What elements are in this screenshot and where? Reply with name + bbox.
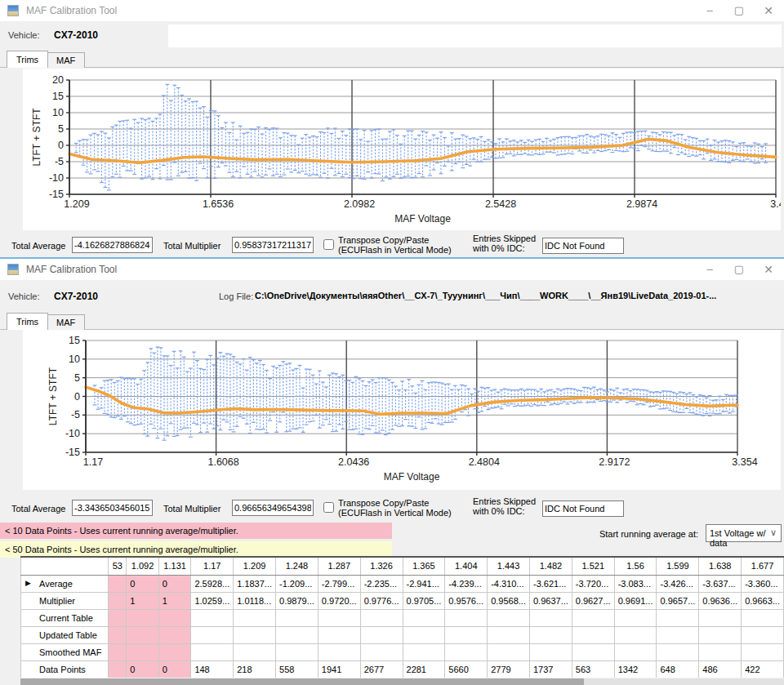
table-cell[interactable]: 5660 [445, 661, 488, 678]
table-cell[interactable] [318, 626, 360, 643]
table-cell[interactable] [276, 643, 318, 661]
table-cell[interactable]: 1 [127, 592, 159, 609]
transpose-checkbox[interactable] [323, 502, 334, 513]
table-cell[interactable]: 0.9576... [445, 592, 488, 609]
minimize-button[interactable]: – [696, 0, 724, 21]
table-cell[interactable] [488, 626, 530, 643]
table-cell[interactable] [530, 626, 572, 643]
column-header[interactable]: 1.17 [191, 557, 234, 575]
table-cell[interactable]: 1.1837... [234, 575, 276, 592]
scrollbar-thumb[interactable] [20, 678, 584, 685]
table-cell[interactable]: 0.9627... [572, 592, 614, 609]
table-cell[interactable]: 1 [158, 592, 191, 609]
column-header[interactable]: 1.092 [127, 557, 159, 575]
start-voltage-dropdown[interactable]: 1st Voltage w/ data ∨ [706, 524, 782, 542]
table-cell[interactable]: 0.9657... [657, 592, 699, 609]
table-cell[interactable]: -2.941... [403, 575, 445, 592]
total-average-field[interactable] [72, 500, 153, 516]
table-cell[interactable] [614, 626, 657, 643]
total-average-field[interactable] [72, 237, 153, 253]
table-cell[interactable] [127, 626, 159, 643]
table-cell[interactable] [109, 592, 127, 609]
column-header[interactable]: 1.482 [530, 557, 572, 575]
table-cell[interactable]: 0.9776... [360, 592, 403, 609]
column-header[interactable]: 53 [109, 557, 127, 575]
table-cell[interactable] [276, 626, 318, 643]
table-cell[interactable] [657, 609, 699, 626]
table-cell[interactable] [234, 626, 276, 643]
table-cell[interactable] [614, 609, 657, 626]
table-cell[interactable] [109, 626, 127, 643]
row-header[interactable]: Updated Table [21, 626, 109, 643]
table-cell[interactable] [530, 609, 572, 626]
table-cell[interactable]: -2.235... [360, 575, 403, 592]
table-cell[interactable] [109, 643, 127, 661]
table-cell[interactable]: 0.9637... [530, 592, 572, 609]
idc-status-field[interactable]: IDC Not Found [542, 238, 624, 254]
close-button[interactable]: ✕ [755, 0, 782, 21]
table-cell[interactable] [488, 609, 530, 626]
row-header[interactable]: Smoothed MAF [21, 643, 109, 661]
tab-trims[interactable]: Trims [7, 313, 48, 330]
table-cell[interactable]: -4.310... [488, 575, 530, 592]
column-header[interactable]: 1.209 [234, 557, 276, 575]
table-cell[interactable] [445, 626, 488, 643]
table-cell[interactable]: 0 [127, 661, 159, 678]
table-cell[interactable]: -3.426... [657, 575, 699, 592]
table-cell[interactable]: -2.799... [318, 575, 360, 592]
column-header[interactable]: 1.56 [614, 557, 657, 575]
table-cell[interactable]: -3.621... [530, 575, 572, 592]
table-cell[interactable] [276, 609, 318, 626]
table-cell[interactable] [158, 626, 191, 643]
table-cell[interactable]: 0 [158, 661, 191, 678]
tab-maf[interactable]: MAF [47, 314, 85, 330]
table-cell[interactable] [699, 609, 742, 626]
table-cell[interactable] [109, 609, 127, 626]
table-cell[interactable] [360, 626, 403, 643]
table-cell[interactable] [158, 643, 191, 661]
row-header[interactable]: Current Table [21, 609, 109, 626]
table-cell[interactable] [742, 643, 784, 661]
maximize-button[interactable]: ▢ [725, 259, 753, 280]
table-cell[interactable] [742, 626, 784, 643]
table-cell[interactable] [699, 626, 742, 643]
transpose-checkbox[interactable] [323, 239, 334, 250]
table-cell[interactable]: 1.0118... [234, 592, 276, 609]
table-cell[interactable] [191, 643, 234, 661]
total-multiplier-field[interactable] [232, 500, 314, 516]
table-cell[interactable] [127, 609, 159, 626]
table-cell[interactable]: -3.637... [699, 575, 742, 592]
table-cell[interactable] [403, 643, 445, 661]
column-header[interactable]: 1.638 [699, 557, 742, 575]
table-cell[interactable]: 2281 [403, 661, 445, 678]
table-cell[interactable]: 0.9879... [276, 592, 318, 609]
table-cell[interactable]: 0.9568... [488, 592, 530, 609]
table-cell[interactable] [109, 575, 127, 592]
close-button[interactable]: ✕ [755, 259, 782, 280]
minimize-button[interactable]: – [696, 259, 724, 280]
column-header[interactable]: 1.365 [403, 557, 445, 575]
table-cell[interactable] [488, 643, 530, 661]
table-cell[interactable] [234, 643, 276, 661]
row-header[interactable]: Multiplier [21, 592, 109, 609]
table-cell[interactable]: 648 [657, 661, 699, 678]
table-cell[interactable]: 422 [742, 661, 784, 678]
row-header[interactable]: Data Points [21, 661, 109, 678]
table-cell[interactable]: 218 [234, 661, 276, 678]
table-cell[interactable] [403, 609, 445, 626]
table-cell[interactable]: -1.209... [276, 575, 318, 592]
tab-trims[interactable]: Trims [7, 51, 48, 68]
table-cell[interactable]: 0.9720... [318, 592, 360, 609]
titlebar[interactable]: MAF Calibration Tool – ▢ ✕ [0, 259, 784, 280]
table-cell[interactable]: 148 [191, 661, 234, 678]
column-header[interactable]: 1.404 [445, 557, 488, 575]
table-cell[interactable] [657, 626, 699, 643]
tab-maf[interactable]: MAF [47, 52, 85, 68]
column-header[interactable]: 1.287 [318, 557, 360, 575]
table-cell[interactable] [530, 643, 572, 661]
column-header[interactable]: 1.248 [276, 557, 318, 575]
table-cell[interactable]: 0 [158, 575, 191, 592]
table-cell[interactable] [445, 609, 488, 626]
table-cell[interactable] [657, 643, 699, 661]
table-cell[interactable] [614, 643, 657, 661]
